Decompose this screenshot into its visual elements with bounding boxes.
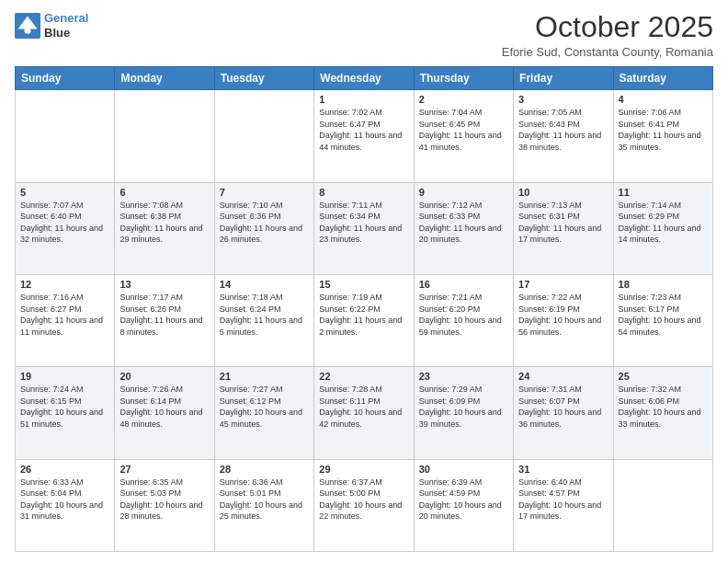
cell-info-4-3: Sunrise: 6:37 AM Sunset: 5:00 PM Dayligh… <box>319 477 408 523</box>
cell-date-3-6: 25 <box>619 371 708 382</box>
cell-date-0-5: 3 <box>518 94 608 105</box>
cell-info-1-0: Sunrise: 7:07 AM Sunset: 6:40 PM Dayligh… <box>20 200 109 246</box>
logo-text: General Blue <box>44 11 88 40</box>
col-friday: Friday <box>514 67 613 90</box>
cell-date-4-5: 31 <box>518 464 608 475</box>
cell-3-3: 22Sunrise: 7:28 AM Sunset: 6:11 PM Dayli… <box>314 367 414 459</box>
cell-date-1-1: 6 <box>119 187 209 198</box>
cell-date-2-6: 18 <box>619 279 708 290</box>
cell-2-6: 18Sunrise: 7:23 AM Sunset: 6:17 PM Dayli… <box>613 274 712 366</box>
col-thursday: Thursday <box>414 67 513 90</box>
cell-date-2-5: 17 <box>518 279 608 290</box>
calendar-table: Sunday Monday Tuesday Wednesday Thursday… <box>15 66 713 552</box>
cell-date-0-6: 4 <box>619 94 708 105</box>
week-row-0: 1Sunrise: 7:02 AM Sunset: 6:47 PM Daylig… <box>16 90 713 182</box>
page: General Blue October 2025 Eforie Sud, Co… <box>0 0 728 563</box>
cell-date-3-1: 20 <box>119 371 209 382</box>
header: General Blue October 2025 Eforie Sud, Co… <box>15 11 713 59</box>
logo-line2: Blue <box>44 26 88 40</box>
cell-info-3-0: Sunrise: 7:24 AM Sunset: 6:15 PM Dayligh… <box>20 384 109 430</box>
cell-info-4-4: Sunrise: 6:39 AM Sunset: 4:59 PM Dayligh… <box>419 477 508 523</box>
cell-date-4-2: 28 <box>220 464 309 475</box>
cell-2-4: 16Sunrise: 7:21 AM Sunset: 6:20 PM Dayli… <box>414 274 513 366</box>
svg-point-2 <box>25 27 31 33</box>
cell-3-4: 23Sunrise: 7:29 AM Sunset: 6:09 PM Dayli… <box>414 367 513 459</box>
col-wednesday: Wednesday <box>314 67 414 90</box>
cell-date-1-4: 9 <box>419 187 508 198</box>
col-monday: Monday <box>115 67 214 90</box>
cell-2-5: 17Sunrise: 7:22 AM Sunset: 6:19 PM Dayli… <box>514 274 613 366</box>
cell-info-2-6: Sunrise: 7:23 AM Sunset: 6:17 PM Dayligh… <box>619 292 708 338</box>
cell-date-2-0: 12 <box>20 279 109 290</box>
cell-2-0: 12Sunrise: 7:16 AM Sunset: 6:27 PM Dayli… <box>16 274 115 366</box>
cell-date-1-5: 10 <box>518 187 608 198</box>
col-tuesday: Tuesday <box>214 67 313 90</box>
logo: General Blue <box>15 11 88 40</box>
cell-0-3: 1Sunrise: 7:02 AM Sunset: 6:47 PM Daylig… <box>314 90 414 182</box>
cell-4-4: 30Sunrise: 6:39 AM Sunset: 4:59 PM Dayli… <box>414 459 513 551</box>
cell-1-6: 11Sunrise: 7:14 AM Sunset: 6:29 PM Dayli… <box>613 182 712 274</box>
cell-info-1-3: Sunrise: 7:11 AM Sunset: 6:34 PM Dayligh… <box>319 200 408 246</box>
cell-2-2: 14Sunrise: 7:18 AM Sunset: 6:24 PM Dayli… <box>214 274 313 366</box>
cell-date-1-2: 7 <box>220 187 309 198</box>
cell-date-2-1: 13 <box>119 279 209 290</box>
cell-3-1: 20Sunrise: 7:26 AM Sunset: 6:14 PM Dayli… <box>115 367 214 459</box>
cell-2-1: 13Sunrise: 7:17 AM Sunset: 6:26 PM Dayli… <box>115 274 214 366</box>
cell-date-4-3: 29 <box>319 464 408 475</box>
week-row-2: 12Sunrise: 7:16 AM Sunset: 6:27 PM Dayli… <box>16 274 713 366</box>
cell-info-1-2: Sunrise: 7:10 AM Sunset: 6:36 PM Dayligh… <box>220 200 309 246</box>
cell-info-1-5: Sunrise: 7:13 AM Sunset: 6:31 PM Dayligh… <box>518 200 608 246</box>
cell-date-2-2: 14 <box>220 279 309 290</box>
cell-info-0-3: Sunrise: 7:02 AM Sunset: 6:47 PM Dayligh… <box>319 107 408 153</box>
cell-3-2: 21Sunrise: 7:27 AM Sunset: 6:12 PM Dayli… <box>214 367 313 459</box>
cell-0-5: 3Sunrise: 7:05 AM Sunset: 6:43 PM Daylig… <box>514 90 613 182</box>
cell-4-1: 27Sunrise: 6:35 AM Sunset: 5:03 PM Dayli… <box>115 459 214 551</box>
cell-4-0: 26Sunrise: 6:33 AM Sunset: 5:04 PM Dayli… <box>16 459 115 551</box>
week-row-1: 5Sunrise: 7:07 AM Sunset: 6:40 PM Daylig… <box>16 182 713 274</box>
logo-icon <box>15 13 40 39</box>
location: Eforie Sud, Constanta County, Romania <box>502 45 713 59</box>
month-title: October 2025 <box>502 11 713 43</box>
cell-4-2: 28Sunrise: 6:36 AM Sunset: 5:01 PM Dayli… <box>214 459 313 551</box>
cell-2-3: 15Sunrise: 7:19 AM Sunset: 6:22 PM Dayli… <box>314 274 414 366</box>
calendar-header-row: Sunday Monday Tuesday Wednesday Thursday… <box>16 67 713 90</box>
cell-info-3-5: Sunrise: 7:31 AM Sunset: 6:07 PM Dayligh… <box>518 384 608 430</box>
title-block: October 2025 Eforie Sud, Constanta Count… <box>502 11 713 59</box>
cell-4-5: 31Sunrise: 6:40 AM Sunset: 4:57 PM Dayli… <box>514 459 613 551</box>
cell-info-2-0: Sunrise: 7:16 AM Sunset: 6:27 PM Dayligh… <box>20 292 109 338</box>
cell-4-6 <box>613 459 712 551</box>
cell-info-3-3: Sunrise: 7:28 AM Sunset: 6:11 PM Dayligh… <box>319 384 408 430</box>
cell-date-0-4: 2 <box>419 94 508 105</box>
logo-line1: General <box>44 11 88 25</box>
cell-date-3-2: 21 <box>220 371 309 382</box>
cell-1-2: 7Sunrise: 7:10 AM Sunset: 6:36 PM Daylig… <box>214 182 313 274</box>
cell-info-2-2: Sunrise: 7:18 AM Sunset: 6:24 PM Dayligh… <box>220 292 309 338</box>
col-sunday: Sunday <box>16 67 115 90</box>
cell-info-4-1: Sunrise: 6:35 AM Sunset: 5:03 PM Dayligh… <box>119 477 209 523</box>
cell-info-4-0: Sunrise: 6:33 AM Sunset: 5:04 PM Dayligh… <box>20 477 109 523</box>
cell-info-0-6: Sunrise: 7:06 AM Sunset: 6:41 PM Dayligh… <box>619 107 708 153</box>
cell-1-4: 9Sunrise: 7:12 AM Sunset: 6:33 PM Daylig… <box>414 182 513 274</box>
cell-date-3-3: 22 <box>319 371 408 382</box>
cell-info-3-6: Sunrise: 7:32 AM Sunset: 6:06 PM Dayligh… <box>619 384 708 430</box>
cell-date-1-0: 5 <box>20 187 109 198</box>
cell-info-1-1: Sunrise: 7:08 AM Sunset: 6:38 PM Dayligh… <box>119 200 209 246</box>
cell-date-3-0: 19 <box>20 371 109 382</box>
col-saturday: Saturday <box>613 67 712 90</box>
cell-date-3-5: 24 <box>518 371 608 382</box>
cell-1-1: 6Sunrise: 7:08 AM Sunset: 6:38 PM Daylig… <box>115 182 214 274</box>
cell-date-0-3: 1 <box>319 94 408 105</box>
cell-0-0 <box>16 90 115 182</box>
week-row-4: 26Sunrise: 6:33 AM Sunset: 5:04 PM Dayli… <box>16 459 713 551</box>
cell-4-3: 29Sunrise: 6:37 AM Sunset: 5:00 PM Dayli… <box>314 459 414 551</box>
cell-info-3-4: Sunrise: 7:29 AM Sunset: 6:09 PM Dayligh… <box>419 384 508 430</box>
week-row-3: 19Sunrise: 7:24 AM Sunset: 6:15 PM Dayli… <box>16 367 713 459</box>
cell-info-2-3: Sunrise: 7:19 AM Sunset: 6:22 PM Dayligh… <box>319 292 408 338</box>
cell-info-3-1: Sunrise: 7:26 AM Sunset: 6:14 PM Dayligh… <box>119 384 209 430</box>
cell-1-3: 8Sunrise: 7:11 AM Sunset: 6:34 PM Daylig… <box>314 182 414 274</box>
cell-info-1-6: Sunrise: 7:14 AM Sunset: 6:29 PM Dayligh… <box>619 200 708 246</box>
cell-date-3-4: 23 <box>419 371 508 382</box>
cell-3-6: 25Sunrise: 7:32 AM Sunset: 6:06 PM Dayli… <box>613 367 712 459</box>
cell-info-1-4: Sunrise: 7:12 AM Sunset: 6:33 PM Dayligh… <box>419 200 508 246</box>
cell-3-5: 24Sunrise: 7:31 AM Sunset: 6:07 PM Dayli… <box>514 367 613 459</box>
